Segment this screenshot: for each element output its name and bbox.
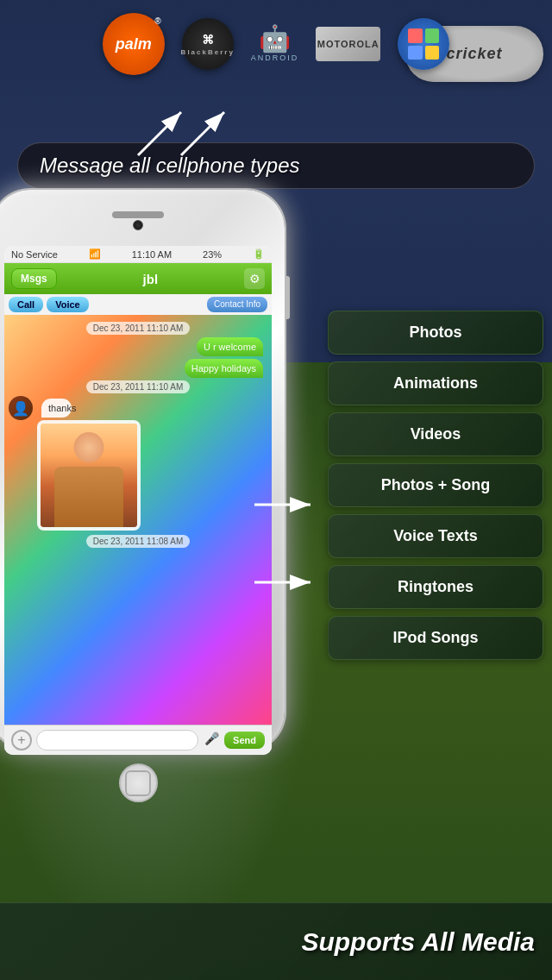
brand-logos-row: palm ⌘ BlackBerry 🤖 ANDROID MOTOROLA [0, 13, 552, 75]
add-attachment-button[interactable]: + [11, 730, 32, 751]
supports-banner: Supports All Media [0, 902, 552, 980]
palm-logo: palm [103, 13, 165, 75]
android-logo: 🤖 ANDROID [251, 26, 299, 62]
message-banner: Message all cellphone types [17, 142, 535, 189]
bottom-bar: + 🎤 Send [4, 725, 272, 755]
chat-incoming-row: 👤 thanks [9, 396, 267, 420]
feature-videos-button[interactable]: Videos [328, 412, 543, 456]
chat-avatar: 👤 [9, 396, 33, 420]
iphone-screen: No Service 📶 11:10 AM 23% 🔋 Msgs jbl ⚙ C… [4, 246, 272, 755]
chat-image-message [37, 420, 141, 531]
blackberry-symbol: ⌘ [202, 33, 214, 47]
settings-gear-icon[interactable]: ⚙ [244, 268, 265, 289]
iphone-mockup: No Service 📶 11:10 AM 23% 🔋 Msgs jbl ⚙ C… [0, 190, 310, 940]
windows-logo [398, 18, 449, 70]
iphone-camera [133, 220, 143, 230]
chat-date-1: Dec 23, 2011 11:10 AM [86, 322, 191, 335]
iphone-power-button [285, 276, 290, 319]
windows-pane-green [425, 28, 440, 43]
chat-bubble-out-2: Happy holidays [185, 359, 263, 378]
status-bar: No Service 📶 11:10 AM 23% 🔋 [4, 246, 272, 263]
nav-title: jbl [143, 272, 159, 286]
screen-content: No Service 📶 11:10 AM 23% 🔋 Msgs jbl ⚙ C… [4, 246, 272, 755]
iphone-body: No Service 📶 11:10 AM 23% 🔋 Msgs jbl ⚙ C… [0, 190, 285, 751]
chat-date-3: Dec 23, 2011 11:08 AM [86, 535, 191, 548]
android-text: ANDROID [251, 53, 299, 62]
chat-image-content [41, 424, 137, 527]
android-robot-icon: 🤖 [259, 26, 291, 52]
chat-area: Dec 23, 2011 11:10 AM U r welcome Happy … [4, 315, 272, 725]
call-button[interactable]: Call [9, 297, 43, 312]
chat-date-2: Dec 23, 2011 11:10 AM [86, 380, 191, 393]
msgs-back-button[interactable]: Msgs [11, 268, 57, 289]
iphone-home-button-inner [125, 770, 151, 796]
microphone-icon: 🎤 [203, 732, 220, 749]
feature-voice-texts-button[interactable]: Voice Texts [328, 514, 543, 558]
call-voice-row: Call Voice Contact Info [4, 294, 272, 315]
svg-line-2 [181, 112, 224, 155]
blackberry-text: BlackBerry [181, 48, 235, 56]
feature-ipod-songs-button[interactable]: IPod Songs [328, 616, 543, 660]
feature-animations-button[interactable]: Animations [328, 361, 543, 405]
chat-bubble-out-1: U r welcome [197, 337, 263, 356]
message-input[interactable] [36, 730, 198, 751]
wifi-icon: 📶 [89, 248, 101, 260]
feature-ringtones-button[interactable]: Ringtones [328, 565, 543, 609]
nav-bar: Msgs jbl ⚙ [4, 263, 272, 294]
windows-pane-yellow [425, 46, 440, 60]
carrier-text: No Service [11, 249, 58, 260]
windows-pane-red [408, 28, 423, 43]
features-panel: Photos Animations Videos Photos + Song V… [328, 311, 552, 660]
arrow-to-voice-texts [250, 569, 319, 595]
chat-bubble-in-1: thanks [41, 399, 72, 418]
iphone-earpiece [112, 211, 164, 218]
send-button[interactable]: Send [224, 732, 265, 749]
iphone-home-button[interactable] [119, 763, 158, 802]
battery-text: 23% [203, 249, 222, 260]
feature-photos-song-button[interactable]: Photos + Song [328, 463, 543, 507]
motorola-logo: MOTOROLA [316, 27, 380, 61]
time-text: 11:10 AM [132, 249, 172, 260]
windows-grid-icon [408, 28, 439, 60]
feature-photos-button[interactable]: Photos [328, 311, 543, 355]
windows-pane-blue [408, 46, 423, 60]
iphone-top-area [4, 203, 272, 233]
supports-text: Supports All Media [301, 927, 535, 957]
blackberry-logo: ⌘ BlackBerry [182, 18, 234, 70]
contact-info-button[interactable]: Contact Info [207, 297, 267, 312]
arrow-to-photos-song [250, 492, 319, 518]
battery-icon: 🔋 [253, 248, 265, 260]
voice-button[interactable]: Voice [47, 297, 89, 312]
svg-line-1 [138, 112, 181, 155]
arrows-decoration [112, 95, 267, 164]
